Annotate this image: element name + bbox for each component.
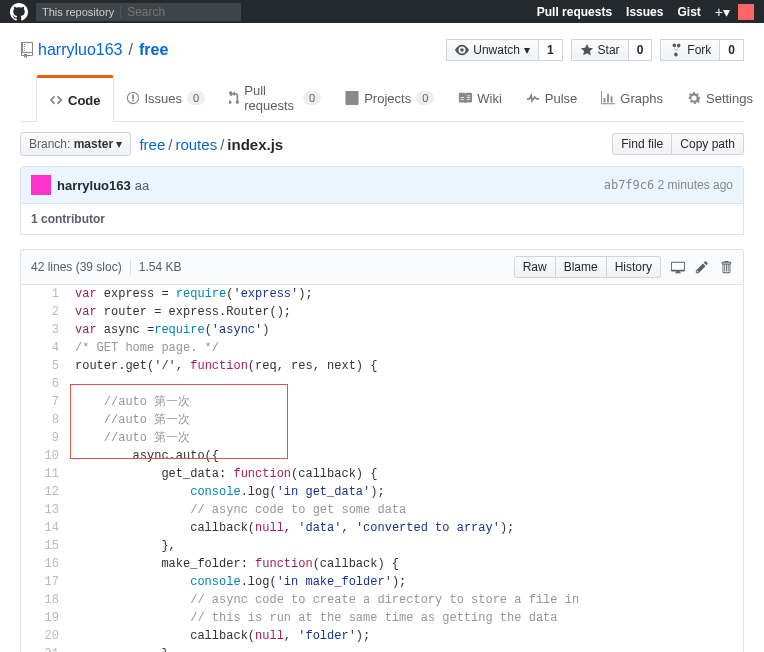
book-icon [458, 91, 472, 105]
line-number[interactable]: 9 [21, 429, 69, 447]
tab-pulls[interactable]: Pull requests 0 [217, 75, 333, 121]
nav-gist[interactable]: Gist [677, 5, 700, 19]
line-content: }, [69, 645, 743, 652]
avatar[interactable] [738, 4, 754, 20]
commit-avatar[interactable] [31, 175, 51, 195]
code-line: 12 console.log('in get_data'); [21, 483, 743, 501]
line-number[interactable]: 15 [21, 537, 69, 555]
crumb-root[interactable]: free [139, 136, 165, 153]
line-content: router.get('/', function(req, res, next)… [69, 357, 743, 375]
repo-tabs: Code Issues 0 Pull requests 0 Projects 0… [20, 75, 744, 122]
line-number[interactable]: 16 [21, 555, 69, 573]
tab-settings[interactable]: Settings [675, 75, 764, 121]
line-number[interactable]: 7 [21, 393, 69, 411]
project-icon [345, 91, 359, 105]
fork-count[interactable]: 0 [720, 39, 744, 61]
line-number[interactable]: 2 [21, 303, 69, 321]
tab-pulse[interactable]: Pulse [514, 75, 590, 121]
tab-issues-label: Issues [145, 91, 183, 106]
tab-code[interactable]: Code [36, 75, 114, 122]
line-number[interactable]: 18 [21, 591, 69, 609]
search-input[interactable] [121, 3, 241, 21]
pulse-icon [526, 91, 540, 105]
repo-owner-link[interactable]: harryluo163 [38, 41, 123, 59]
breadcrumb: free/routes/index.js [139, 136, 283, 153]
line-content: //auto 第一次 [69, 411, 743, 429]
search-scope[interactable]: This repository [36, 6, 121, 18]
line-content: //auto 第一次 [69, 429, 743, 447]
code-line: 20 callback(null, 'folder'); [21, 627, 743, 645]
tab-projects[interactable]: Projects 0 [333, 75, 446, 121]
line-number[interactable]: 3 [21, 321, 69, 339]
commit-sha[interactable]: ab7f9c6 [604, 178, 655, 192]
line-number[interactable]: 17 [21, 573, 69, 591]
star-count[interactable]: 0 [629, 39, 653, 61]
line-number[interactable]: 12 [21, 483, 69, 501]
create-new-icon[interactable]: +▾ [715, 4, 730, 20]
find-file-button[interactable]: Find file [612, 133, 672, 155]
line-number[interactable]: 21 [21, 645, 69, 652]
crumb-dir[interactable]: routes [175, 136, 217, 153]
raw-button[interactable]: Raw [514, 256, 556, 278]
code-line: 3var async =require('async') [21, 321, 743, 339]
github-logo-icon[interactable] [10, 3, 28, 21]
fork-icon [669, 43, 683, 57]
nav-pull-requests[interactable]: Pull requests [537, 5, 612, 19]
pull-request-icon [229, 91, 239, 105]
unwatch-button[interactable]: Unwatch ▾ [446, 39, 539, 61]
repo-name-link[interactable]: free [139, 41, 168, 59]
blame-button[interactable]: Blame [556, 256, 607, 278]
branch-select[interactable]: Branch: master ▾ [20, 132, 131, 156]
line-content: // async code to get some data [69, 501, 743, 519]
code-line: 16 make_folder: function(callback) { [21, 555, 743, 573]
line-number[interactable]: 11 [21, 465, 69, 483]
fork-button[interactable]: Fork [660, 39, 720, 61]
tab-issues[interactable]: Issues 0 [114, 75, 218, 121]
line-content: make_folder: function(callback) { [69, 555, 743, 573]
line-number[interactable]: 13 [21, 501, 69, 519]
line-content: /* GET home page. */ [69, 339, 743, 357]
gear-icon [687, 91, 701, 105]
contributors[interactable]: 1 contributor [20, 204, 744, 235]
code-line: 14 callback(null, 'data', 'converted to … [21, 519, 743, 537]
file-lines: 42 lines (39 sloc) [31, 260, 122, 274]
code-line: 7 //auto 第一次 [21, 393, 743, 411]
pulls-counter: 0 [303, 91, 321, 105]
line-number[interactable]: 14 [21, 519, 69, 537]
star-button[interactable]: Star [571, 39, 629, 61]
watch-count[interactable]: 1 [539, 39, 563, 61]
code-line: 17 console.log('in make_folder'); [21, 573, 743, 591]
copy-path-button[interactable]: Copy path [672, 133, 744, 155]
history-button[interactable]: History [607, 256, 661, 278]
search-wrap: This repository [36, 3, 241, 21]
tab-wiki[interactable]: Wiki [446, 75, 514, 121]
code-line: 10 async.auto({ [21, 447, 743, 465]
eye-icon [455, 43, 469, 57]
commit-message[interactable]: aa [135, 178, 149, 193]
line-content: }, [69, 537, 743, 555]
tab-code-label: Code [68, 93, 101, 108]
line-content: console.log('in get_data'); [69, 483, 743, 501]
tab-graphs[interactable]: Graphs [589, 75, 675, 121]
trash-icon[interactable] [719, 260, 733, 274]
line-number[interactable]: 5 [21, 357, 69, 375]
tab-settings-label: Settings [706, 91, 753, 106]
desktop-icon[interactable] [671, 260, 685, 274]
line-number[interactable]: 20 [21, 627, 69, 645]
commit-time: 2 minutes ago [658, 178, 733, 192]
line-number[interactable]: 6 [21, 375, 69, 393]
line-content: var express = require('express'); [69, 285, 743, 303]
commit-author[interactable]: harryluo163 [57, 178, 131, 193]
pencil-icon[interactable] [695, 260, 709, 274]
star-icon [580, 43, 594, 57]
code-line: 15 }, [21, 537, 743, 555]
nav-issues[interactable]: Issues [626, 5, 663, 19]
line-number[interactable]: 19 [21, 609, 69, 627]
line-number[interactable]: 8 [21, 411, 69, 429]
line-number[interactable]: 4 [21, 339, 69, 357]
top-nav: This repository Pull requests Issues Gis… [0, 0, 764, 23]
tab-pulse-label: Pulse [545, 91, 578, 106]
code-line: 2var router = express.Router(); [21, 303, 743, 321]
line-number[interactable]: 1 [21, 285, 69, 303]
line-number[interactable]: 10 [21, 447, 69, 465]
